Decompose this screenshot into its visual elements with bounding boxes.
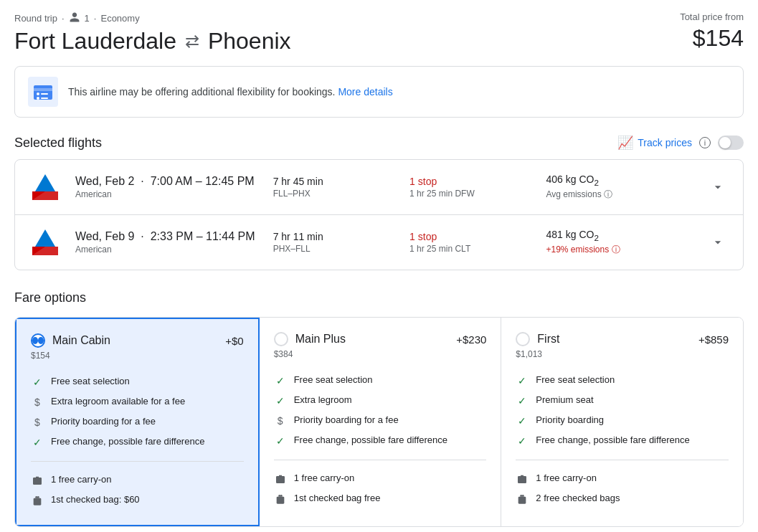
svg-point-3 [37, 92, 39, 95]
feature-text: Premium seat [536, 394, 593, 405]
track-prices-label: Track prices [638, 137, 692, 148]
bag-icon [31, 474, 44, 487]
check-icon: ✓ [274, 394, 287, 407]
track-prices-button[interactable]: 📈 Track prices [617, 135, 692, 151]
flight-date: Wed, Feb 9 [75, 230, 134, 242]
flight-airline: American [75, 189, 259, 199]
flight-stops: 1 stop 1 hr 25 min DFW [409, 176, 531, 199]
fare-feature-item: ✓ Extra legroom [274, 391, 487, 411]
feature-text: Priority boarding for a fee [294, 414, 399, 425]
fare-radio-main-cabin[interactable] [31, 333, 45, 348]
flexibility-icon [28, 77, 58, 107]
flight-row[interactable]: Wed, Feb 2 · 7:00 AM – 12:45 PM American… [15, 160, 743, 215]
flights-container: Wed, Feb 2 · 7:00 AM – 12:45 PM American… [14, 159, 744, 270]
fare-feature-item: ✓ Free change, possible fare difference [274, 431, 487, 451]
stop-detail: 1 hr 25 min CLT [409, 244, 531, 254]
svg-rect-14 [276, 497, 284, 504]
total-price-label: Total price from [680, 11, 744, 22]
flight-route: PHX–FLL [273, 244, 395, 254]
feature-text: Free change, possible fare difference [51, 436, 204, 447]
fare-name: First [537, 333, 559, 346]
fare-feature-item: ✓ Free change, possible fare difference [31, 432, 244, 452]
origin-city: Fort Lauderdale [14, 28, 176, 54]
duration-time: 7 hr 45 min [273, 176, 395, 187]
fare-features-list: ✓ Free seat selection ✓ Extra legroom $ … [274, 371, 487, 451]
bag-icon [274, 472, 287, 485]
fare-feature-item: ✓ Free change, possible fare difference [516, 431, 729, 451]
emissions-value: 406 kg CO2 [546, 174, 693, 187]
check-icon: ✓ [516, 434, 529, 447]
flight-time: Wed, Feb 2 · 7:00 AM – 12:45 PM [75, 175, 259, 188]
stop-count: 1 stop [409, 231, 531, 242]
feature-text: Extra legroom available for a fee [51, 396, 185, 407]
flight-info: Wed, Feb 9 · 2:33 PM – 11:44 PM American [75, 230, 259, 255]
flexibility-banner: This airline may be offering additional … [14, 66, 744, 118]
flight-row[interactable]: Wed, Feb 9 · 2:33 PM – 11:44 PM American… [15, 215, 743, 270]
check-icon: ✓ [516, 394, 529, 407]
route-arrow-icon: ⇄ [185, 32, 199, 52]
banner-more-details-link[interactable]: More details [338, 86, 392, 98]
check-icon: ✓ [516, 374, 529, 387]
flight-emissions: 481 kg CO2 +19% emissions ⓘ [546, 229, 693, 256]
feature-text: Free change, possible fare difference [536, 434, 689, 445]
flight-route: FLL–PHX [273, 189, 395, 199]
fare-feature-item: ✓ Free seat selection [516, 371, 729, 391]
header-right: Total price from $154 [680, 11, 744, 52]
feature-text: 1 free carry-on [51, 474, 112, 485]
dollar-icon: $ [274, 414, 287, 427]
emissions-label: Avg emissions ⓘ [546, 189, 693, 201]
fare-feature-item: 2 free checked bags [516, 489, 729, 509]
flight-date: Wed, Feb 2 [75, 175, 134, 187]
fare-feature-item: ✓ Premium seat [516, 391, 729, 411]
emissions-info-icon[interactable]: ⓘ [612, 244, 620, 255]
fare-options-title: Fare options [14, 290, 744, 305]
feature-text: 1 free carry-on [294, 472, 355, 483]
svg-rect-6 [41, 98, 48, 99]
flight-departure: 2:33 PM – 11:44 PM [151, 230, 255, 242]
fare-feature-item: $ Extra legroom available for a fee [31, 392, 244, 412]
feature-text: 1st checked bag free [294, 493, 381, 503]
fare-feature-item: 1st checked bag: $60 [31, 490, 244, 510]
track-prices-area: 📈 Track prices i [617, 135, 744, 151]
feature-text: Priority boarding for a fee [51, 416, 156, 427]
check-icon: ✓ [274, 434, 287, 447]
fare-name: Main Plus [295, 333, 346, 346]
fare-card-main-plus[interactable]: Main Plus +$230 $384 ✓ Free seat selecti… [260, 318, 502, 526]
emissions-info-icon[interactable]: ⓘ [604, 189, 612, 199]
track-prices-info-icon[interactable]: i [699, 137, 711, 148]
flight-duration: 7 hr 45 min FLL–PHX [273, 176, 395, 199]
feature-text: Free seat selection [294, 374, 373, 385]
flight-departure: 7:00 AM – 12:45 PM [151, 175, 255, 187]
fare-card-main-cabin[interactable]: Main Cabin +$0 $154 ✓ Free seat selectio… [15, 318, 260, 526]
svg-rect-2 [34, 88, 52, 91]
feature-text: Extra legroom [294, 394, 352, 405]
fare-card-first[interactable]: First +$859 $1,013 ✓ Free seat selection… [501, 318, 743, 526]
check-icon: ✓ [31, 376, 44, 389]
flight-expand-button[interactable] [707, 235, 729, 250]
svg-rect-4 [41, 93, 48, 95]
passenger-count: 1 [85, 13, 90, 24]
fare-feature-item: 1 free carry-on [31, 470, 244, 490]
route-title: Fort Lauderdale ⇄ Phoenix [14, 28, 291, 54]
checked-bag-icon [274, 493, 287, 505]
feature-text: 1 free carry-on [536, 472, 597, 483]
fare-price-diff: +$230 [456, 333, 486, 346]
total-price-value: $154 [680, 25, 744, 52]
feature-text: Free seat selection [536, 374, 615, 385]
fare-feature-item: 1 free carry-on [516, 469, 729, 489]
fare-base-price: $154 [31, 351, 244, 361]
fare-radio-main-plus[interactable] [274, 332, 288, 346]
selected-flights-title: Selected flights [14, 136, 102, 151]
fare-feature-item: ✓ Priority boarding [516, 411, 729, 431]
flight-airline: American [75, 244, 259, 255]
track-prices-toggle[interactable] [718, 136, 744, 150]
stop-detail: 1 hr 25 min DFW [409, 189, 531, 199]
flight-info: Wed, Feb 2 · 7:00 AM – 12:45 PM American [75, 175, 259, 199]
flight-expand-button[interactable] [707, 180, 729, 194]
page-header: Round trip · 1 · Economy Fort Lauderdale… [14, 11, 744, 54]
fare-card-header: First +$859 [516, 332, 729, 346]
svg-marker-10 [35, 229, 55, 247]
fare-radio-first[interactable] [516, 332, 530, 346]
check-icon: ✓ [516, 414, 529, 427]
fare-price-diff: +$0 [225, 335, 243, 347]
